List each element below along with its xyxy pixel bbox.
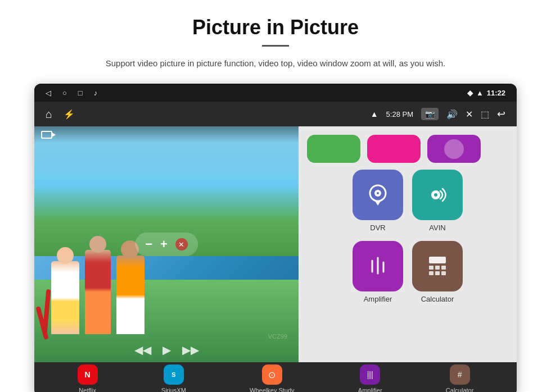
figure-1 <box>51 261 79 334</box>
calculator-svg <box>423 252 451 280</box>
svg-rect-12 <box>429 271 433 275</box>
calculator-bottom-label: Calculator <box>446 387 474 392</box>
back-icon[interactable]: ◁ <box>46 89 51 97</box>
figure-1-head <box>57 247 74 264</box>
top-app-circle <box>444 139 464 159</box>
toolbar-time: 5:28 PM <box>386 110 413 118</box>
pip-video: − + ✕ ◀◀ ▶ ▶▶ VCZ99 <box>34 126 299 362</box>
app-row-1: DVR AVIN <box>307 170 508 232</box>
bottom-app-netflix[interactable]: N Netflix <box>78 364 98 392</box>
avin-icon <box>412 170 463 220</box>
figure-3-body <box>116 256 144 334</box>
pip-prev-button[interactable]: ◀◀ <box>134 343 151 357</box>
pip-play-button[interactable]: ▶ <box>162 343 171 357</box>
amplifier-label: Amplifier <box>364 295 392 303</box>
device-content: − + ✕ ◀◀ ▶ ▶▶ VCZ99 <box>34 126 517 362</box>
pip-camera-indicator <box>41 131 52 139</box>
recent-icon[interactable]: □ <box>78 89 83 97</box>
svg-rect-14 <box>441 271 446 275</box>
netflix-bottom-label: Netflix <box>79 387 96 392</box>
bottom-app-amplifier[interactable]: ||| Amplifier <box>358 364 382 392</box>
amplifier-bottom-label: Amplifier <box>358 387 382 392</box>
figure-2 <box>85 250 111 334</box>
top-app-green <box>307 135 360 163</box>
pip-area: − + ✕ ◀◀ ▶ ▶▶ VCZ99 <box>34 126 299 362</box>
sirius-bottom-label: SiriusXM <box>161 387 186 392</box>
figure-3 <box>116 256 144 334</box>
status-bar-right: ◆ ▲ 11:22 <box>467 89 505 97</box>
app-avin[interactable]: AVIN <box>412 170 463 232</box>
dvr-svg <box>364 181 392 209</box>
app-row-2: Amplifier <box>307 241 508 303</box>
svg-point-4 <box>434 193 437 197</box>
wifi-icon: ▲ <box>476 89 484 97</box>
sirius-bottom-icon: S <box>164 364 184 385</box>
app-amplifier[interactable]: Amplifier <box>353 241 403 303</box>
amplifier-icon <box>353 241 403 291</box>
figure-2-body <box>85 250 111 334</box>
bottom-app-calculator[interactable]: # Calculator <box>446 364 474 392</box>
pip-minus-button[interactable]: − <box>145 237 152 252</box>
video-figures <box>51 250 144 334</box>
music-icon: ♪ <box>94 89 98 97</box>
usb-icon: ⚡ <box>64 109 75 120</box>
status-bar: ◁ ○ □ ♪ ◆ ▲ 11:22 <box>34 84 517 102</box>
figure-1-body <box>51 261 79 334</box>
status-time: 11:22 <box>487 89 505 97</box>
camera-toolbar-button[interactable]: 📷 <box>421 108 439 120</box>
close-toolbar-icon[interactable]: ✕ <box>466 109 473 120</box>
watermark: VCZ99 <box>268 333 287 340</box>
netflix-bottom-icon: N <box>78 364 98 385</box>
svg-rect-9 <box>429 266 433 270</box>
location-icon: ◆ <box>467 89 473 97</box>
back-toolbar-icon[interactable]: ↩ <box>497 108 505 120</box>
toolbar-right: ▲ 5:28 PM 📷 🔊 ✕ ⬚ ↩ <box>371 108 505 120</box>
app-toolbar: ⌂ ⚡ ▲ 5:28 PM 📷 🔊 ✕ ⬚ ↩ <box>34 102 517 126</box>
avin-svg <box>423 181 451 209</box>
toolbar-left: ⌂ ⚡ <box>46 108 75 121</box>
wheelkey-bottom-label: Wheelkey Study <box>250 387 294 392</box>
pip-controls[interactable]: − + ✕ <box>135 233 198 256</box>
pip-bottom-controls: ◀◀ ▶ ▶▶ <box>34 343 299 357</box>
pip-next-button[interactable]: ▶▶ <box>182 343 199 357</box>
device-frame: ◁ ○ □ ♪ ◆ ▲ 11:22 ⌂ ⚡ ▲ 5:28 PM 📷 🔊 <box>34 84 517 392</box>
amplifier-bottom-icon: ||| <box>360 364 380 385</box>
bottom-bar: N Netflix S SiriusXM ⊙ Wheelkey Study ||… <box>34 362 517 392</box>
title-divider <box>262 45 289 47</box>
svg-rect-11 <box>441 266 446 270</box>
calculator-icon <box>412 241 463 291</box>
top-apps-row <box>307 135 508 163</box>
svg-rect-13 <box>435 271 440 275</box>
pip-close-button[interactable]: ✕ <box>175 238 188 250</box>
status-bar-left: ◁ ○ □ ♪ <box>46 89 97 97</box>
avin-label: AVIN <box>429 224 445 232</box>
bottom-app-siriusxm[interactable]: S SiriusXM <box>161 364 186 392</box>
pip-overlay <box>34 126 299 143</box>
dvr-icon <box>353 170 403 220</box>
app-dvr[interactable]: DVR <box>353 170 403 232</box>
bottom-app-wheelkey[interactable]: ⊙ Wheelkey Study <box>250 364 294 392</box>
amplifier-svg <box>364 252 392 280</box>
wifi-toolbar-icon: ▲ <box>371 110 378 118</box>
svg-rect-8 <box>429 257 446 263</box>
pip-camera-lens <box>51 132 56 138</box>
wheelkey-bottom-icon: ⊙ <box>262 364 282 385</box>
app-calculator[interactable]: Calculator <box>412 241 463 303</box>
figure-2-head <box>89 236 106 253</box>
top-app-pink <box>367 135 421 163</box>
volume-icon[interactable]: 🔊 <box>446 109 458 120</box>
svg-rect-10 <box>435 266 440 270</box>
pip-icon[interactable]: ⬚ <box>481 109 489 120</box>
home-icon[interactable]: ○ <box>62 89 67 97</box>
calculator-label: Calculator <box>421 295 454 303</box>
page-subtitle: Support video picture in picture functio… <box>34 57 517 70</box>
page-title: Picture in Picture <box>34 16 517 39</box>
app-grid-area: DVR AVIN <box>299 126 517 362</box>
top-app-purple <box>427 135 481 163</box>
calculator-bottom-icon: # <box>450 364 470 385</box>
pip-plus-button[interactable]: + <box>160 237 168 252</box>
svg-point-2 <box>377 192 379 194</box>
dvr-label: DVR <box>370 224 385 232</box>
home-button[interactable]: ⌂ <box>46 108 52 121</box>
